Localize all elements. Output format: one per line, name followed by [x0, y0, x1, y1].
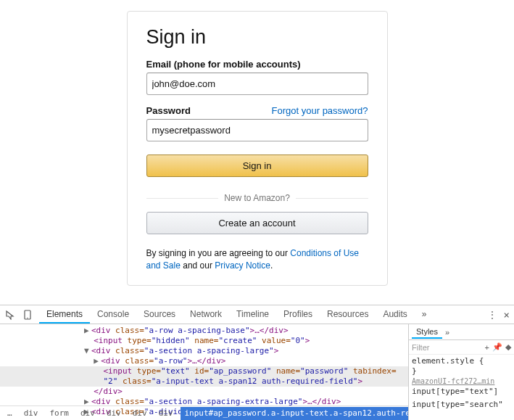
- style-rule[interactable]: input[type="text"]: [412, 387, 511, 397]
- pin-icon[interactable]: 📌: [492, 342, 502, 352]
- device-icon[interactable]: [22, 309, 33, 321]
- dom-line-selected[interactable]: <input type="text" id="ap_password" name…: [0, 366, 408, 376]
- filter-input[interactable]: Filter: [412, 343, 482, 352]
- dom-line[interactable]: </div>: [0, 387, 408, 397]
- devtools-body: ▶<div class="a-row a-spacing-base">…</di…: [0, 324, 514, 420]
- crumb[interactable]: …: [3, 407, 17, 420]
- crumb[interactable]: form: [46, 407, 74, 420]
- styles-tab[interactable]: Styles: [412, 326, 442, 339]
- style-rule[interactable]: input[type="search": [412, 397, 511, 410]
- legal-suffix: .: [270, 260, 273, 271]
- password-input[interactable]: [146, 119, 368, 141]
- devtools-tabs: Elements Console Sources Network Timelin…: [39, 306, 434, 324]
- email-label: Email (phone for mobile accounts): [146, 59, 368, 70]
- styles-overflow-icon[interactable]: »: [445, 328, 449, 337]
- style-rule[interactable]: }: [412, 366, 511, 376]
- crumb[interactable]: div: [20, 407, 43, 420]
- styles-rules[interactable]: element.style { } AmazonUI-fcf272…min in…: [409, 355, 514, 411]
- crumb[interactable]: div: [102, 407, 125, 420]
- dom-line-selected[interactable]: "2" class="a-input-text a-span12 auth-re…: [0, 376, 408, 387]
- tabs-overflow-icon[interactable]: »: [415, 306, 434, 324]
- close-icon[interactable]: ×: [504, 309, 510, 321]
- signin-card: Sign in Email (phone for mobile accounts…: [127, 11, 388, 286]
- password-label: Password: [146, 105, 191, 116]
- devtools-toolbar: Elements Console Sources Network Timelin…: [0, 305, 514, 324]
- dom-line[interactable]: ▶<div class="a-row a-spacing-base">…</di…: [0, 326, 408, 336]
- tab-audits[interactable]: Audits: [376, 306, 414, 324]
- devtools-toolbar-right: ⋮ ×: [488, 309, 510, 321]
- tab-profiles[interactable]: Profiles: [276, 306, 320, 324]
- crumb-selected[interactable]: input#ap_password.a-input-text.a-span12.…: [181, 407, 409, 420]
- crumb[interactable]: div: [76, 407, 99, 420]
- crumb[interactable]: div: [128, 407, 152, 420]
- email-input[interactable]: [146, 73, 368, 95]
- create-account-button[interactable]: Create an account: [146, 212, 368, 234]
- divider: New to Amazon?: [146, 193, 368, 203]
- styles-filter: Filter + 📌 ◆: [409, 340, 514, 355]
- svg-point-1: [27, 317, 28, 318]
- kebab-icon[interactable]: ⋮: [488, 310, 497, 320]
- password-label-row: Password Forgot your password?: [146, 105, 368, 119]
- plus-icon[interactable]: +: [485, 343, 489, 352]
- tab-elements[interactable]: Elements: [39, 306, 90, 324]
- signin-title: Sign in: [146, 26, 368, 49]
- styles-panel: Styles » Filter + 📌 ◆ element.style { } …: [408, 324, 514, 420]
- stylesheet-source[interactable]: AmazonUI-fcf272…min: [412, 376, 511, 387]
- forgot-password-link[interactable]: Forgot your password?: [272, 105, 368, 116]
- devtools: Elements Console Sources Network Timelin…: [0, 305, 514, 420]
- legal-mid: and our: [181, 260, 215, 271]
- dom-breadcrumb: … div form div div div div input#ap_pass…: [0, 405, 408, 420]
- tab-timeline[interactable]: Timeline: [229, 306, 276, 324]
- signin-button[interactable]: Sign in: [146, 155, 368, 177]
- inspect-icon[interactable]: [4, 309, 16, 321]
- tab-sources[interactable]: Sources: [136, 306, 183, 324]
- style-rule[interactable]: element.style {: [412, 356, 511, 366]
- tab-console[interactable]: Console: [90, 306, 136, 324]
- dom-line[interactable]: ▶<div class="a-row">…</div>: [0, 356, 408, 366]
- dom-panel[interactable]: ▶<div class="a-row a-spacing-base">…</di…: [0, 324, 408, 420]
- tab-resources[interactable]: Resources: [320, 306, 376, 324]
- dom-line[interactable]: <input type="hidden" name="create" value…: [0, 336, 408, 346]
- crumb[interactable]: div: [154, 407, 178, 420]
- legal-prefix: By signing in you are agreeing to our: [146, 248, 291, 258]
- divider-text: New to Amazon?: [218, 193, 296, 203]
- styles-tabs: Styles »: [409, 324, 514, 340]
- tab-network[interactable]: Network: [183, 306, 229, 324]
- dom-line[interactable]: ▼<div class="a-section a-spacing-large">: [0, 346, 408, 356]
- privacy-link[interactable]: Privacy Notice: [215, 260, 270, 271]
- legal-text: By signing in you are agreeing to our Co…: [146, 247, 368, 272]
- diamond-icon[interactable]: ◆: [505, 342, 511, 352]
